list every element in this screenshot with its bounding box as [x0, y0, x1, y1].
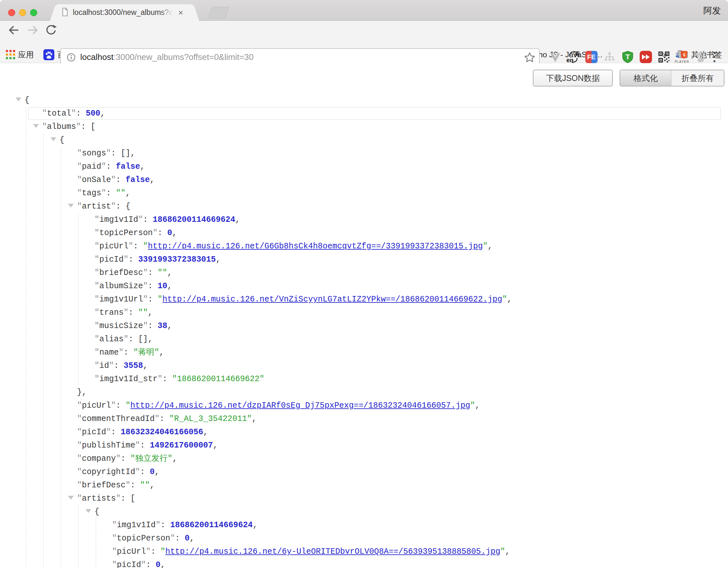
json-key: topicPerson	[99, 228, 153, 238]
json-line: },	[0, 386, 728, 399]
back-button[interactable]	[7, 24, 20, 38]
indent-guide-line	[61, 426, 61, 439]
collapse-arrow-icon[interactable]	[16, 97, 21, 101]
json-key-quote: "	[158, 374, 162, 384]
json-line: "musicSize": 38,	[0, 319, 728, 333]
indent-guide-line	[26, 239, 26, 253]
json-key: picUrl	[99, 241, 128, 251]
json-key-quote: "	[94, 308, 99, 318]
tampermonkey-icon[interactable]: T	[621, 50, 634, 64]
indent-guide-line	[43, 465, 44, 479]
json-comma: ,	[130, 149, 135, 158]
json-key-quote: "	[77, 149, 82, 158]
browser-profile-name[interactable]: 阿发	[703, 5, 721, 17]
indent-guide-line	[78, 239, 79, 253]
json-line-text: "company": "独立发行",	[77, 452, 177, 465]
json-key-quote: "	[77, 414, 82, 424]
url-link[interactable]: http://p4.music.126.net/6y-UleORITEDbvrO…	[165, 547, 500, 556]
indent-guide-line	[43, 293, 44, 306]
json-comma: ,	[160, 560, 165, 568]
browser-tab[interactable]: localhost:3000/new_albums?o ×	[60, 4, 189, 21]
minimize-window-button[interactable]	[19, 9, 26, 16]
collapse-arrow-icon[interactable]	[68, 496, 74, 500]
close-window-button[interactable]	[8, 9, 15, 16]
indent-guide-line	[78, 545, 79, 558]
collapse-arrow-icon[interactable]	[85, 509, 91, 513]
bookmark-star-icon[interactable]	[524, 51, 536, 65]
indent-guide-line	[26, 226, 26, 239]
view-mode-segmented-control: 格式化 折叠所有	[620, 70, 724, 86]
json-comma: ,	[155, 467, 160, 477]
tab-title: localhost:3000/new_albums?o	[73, 8, 173, 17]
url-link[interactable]: http://p4.music.126.net/VnZiScyynLG7atLI…	[162, 295, 502, 304]
download-json-button[interactable]: 下载JSON数据	[533, 70, 613, 86]
page-icon	[61, 7, 69, 18]
collapse-arrow-icon[interactable]	[33, 124, 39, 128]
json-line-text: "songs": [],	[77, 147, 135, 160]
json-colon: :	[148, 268, 158, 277]
json-line-text: "briefDesc": "",	[77, 479, 155, 492]
indent-guide-line	[78, 253, 79, 266]
reload-button[interactable]	[45, 24, 58, 38]
indent-guide-line	[61, 399, 61, 412]
json-line-text: "tags": "",	[77, 186, 130, 200]
collapse-arrow-icon[interactable]	[50, 137, 56, 141]
json-key-quote: "	[112, 534, 117, 543]
indent-guide-line	[26, 532, 26, 545]
browser-menu-icon[interactable]	[711, 50, 718, 64]
indent-guide-line	[43, 452, 44, 465]
json-key-quote: "	[111, 401, 116, 410]
indent-guide-line	[61, 319, 61, 333]
bookmark-apps[interactable]: 应用	[6, 50, 34, 60]
url-link[interactable]: http://p4.music.126.net/G6Gb8hsCk4h8oemc…	[148, 241, 483, 251]
json-line: "publishTime": 1492617600007,	[0, 439, 728, 452]
qrcode-icon[interactable]	[657, 50, 671, 64]
json-line-text: "albums": [	[42, 120, 95, 133]
json-key-quote: "	[77, 481, 82, 490]
page-info-icon[interactable]	[65, 51, 77, 63]
json-key: picId	[82, 428, 106, 437]
json-key: copyrightId	[82, 467, 135, 477]
indent-guide-line	[26, 306, 26, 319]
json-key-quote: "	[143, 268, 148, 277]
json-brace: {	[126, 202, 130, 211]
json-colon: :	[148, 321, 158, 331]
json-key-quote: "	[94, 348, 99, 357]
format-button[interactable]: 格式化	[620, 70, 671, 86]
json-comma: ,	[172, 228, 177, 238]
fast-forward-icon[interactable]	[639, 50, 653, 64]
json-line: "copyrightId": 0,	[0, 465, 728, 479]
json-comma: ,	[167, 268, 172, 277]
paw-icon[interactable]	[693, 50, 707, 64]
html5-player-icon[interactable]: 5 PLAYER	[675, 50, 689, 64]
collapse-arrow-icon[interactable]	[68, 204, 74, 207]
json-key: publishTime	[82, 441, 135, 450]
json-key-quote: "	[106, 149, 111, 158]
sitemap-icon[interactable]	[602, 50, 616, 64]
indent-guide-line	[61, 253, 61, 266]
fullscreen-window-button[interactable]	[30, 9, 37, 16]
json-key: picUrl	[117, 547, 146, 556]
new-tab-button[interactable]	[207, 7, 229, 18]
indent-guide-line	[43, 147, 44, 160]
collapse-all-button[interactable]: 折叠所有	[671, 70, 724, 86]
indent-guide-line	[26, 439, 26, 452]
json-key: picId	[99, 255, 124, 264]
url-link[interactable]: http://p4.music.126.net/dzpIARf0sEg_Dj75…	[130, 401, 470, 410]
json-line-text: "picUrl": "http://p4.music.126.net/dzpIA…	[77, 399, 480, 412]
json-comma: ,	[253, 520, 258, 530]
translate-icon[interactable]: 英 en	[566, 50, 580, 64]
vue-devtools-icon[interactable]	[548, 50, 562, 64]
json-key-quote: "	[42, 122, 47, 131]
indent-guide-line	[26, 518, 26, 532]
browser-toolbar: localhost:3000/new_albums?offset=0&limit…	[0, 21, 728, 46]
json-colon: :	[162, 374, 172, 384]
tab-close-icon[interactable]: ×	[178, 8, 183, 17]
forward-button[interactable]	[27, 24, 39, 38]
json-comma: ,	[190, 534, 194, 543]
indent-guide-line	[61, 518, 61, 532]
indent-guide-line	[43, 213, 44, 226]
fe-icon[interactable]: FE	[584, 50, 598, 64]
json-line: "albums": [	[0, 120, 728, 133]
indent-guide-line	[43, 239, 44, 253]
